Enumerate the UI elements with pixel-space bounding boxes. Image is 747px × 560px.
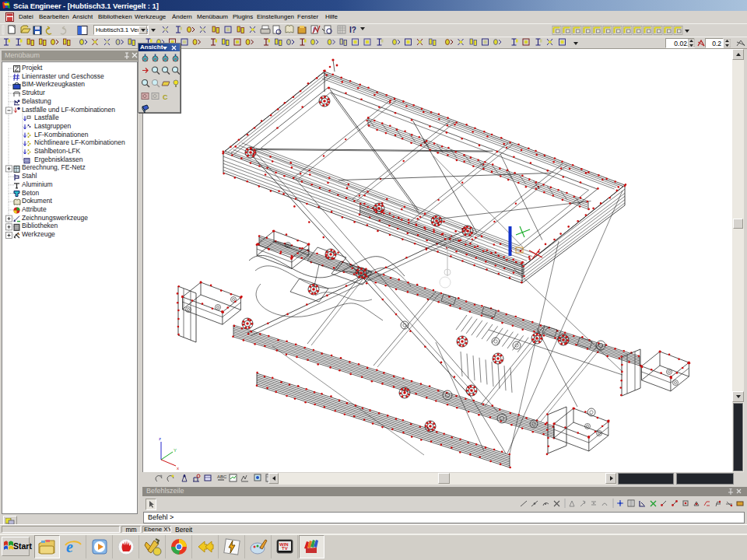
- svg-text:TV: TV: [282, 546, 288, 551]
- svg-text:ABC: ABC: [217, 474, 227, 479]
- svg-text:e: e: [66, 538, 73, 555]
- svg-text:C: C: [163, 93, 168, 101]
- svg-text:Y: Y: [174, 448, 177, 453]
- svg-text:z: z: [159, 436, 161, 441]
- svg-text:I?: I?: [349, 26, 356, 34]
- svg-text:x: x: [177, 466, 179, 471]
